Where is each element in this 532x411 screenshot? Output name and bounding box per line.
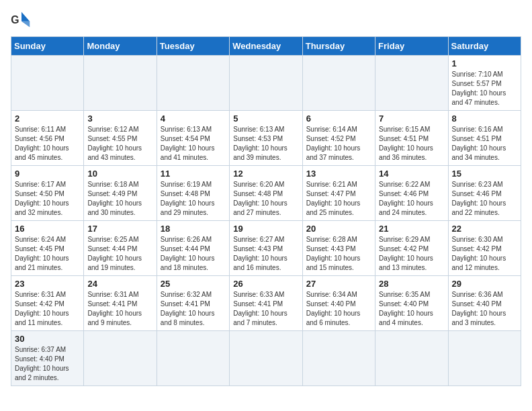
day-info: Sunrise: 6:26 AM Sunset: 4:44 PM Dayligh… [161, 235, 226, 273]
calendar-cell: 18Sunrise: 6:26 AM Sunset: 4:44 PM Dayli… [157, 221, 229, 276]
day-number: 8 [452, 113, 517, 124]
day-number: 6 [306, 113, 371, 124]
day-info: Sunrise: 6:28 AM Sunset: 4:43 PM Dayligh… [306, 235, 371, 273]
calendar-cell: 10Sunrise: 6:18 AM Sunset: 4:49 PM Dayli… [84, 166, 157, 221]
day-info: Sunrise: 6:25 AM Sunset: 4:44 PM Dayligh… [87, 235, 152, 273]
day-info: Sunrise: 6:22 AM Sunset: 4:46 PM Dayligh… [379, 180, 444, 218]
day-number: 24 [87, 279, 152, 289]
calendar-cell: 19Sunrise: 6:27 AM Sunset: 4:43 PM Dayli… [230, 221, 302, 276]
day-info: Sunrise: 6:24 AM Sunset: 4:45 PM Dayligh… [15, 235, 80, 273]
day-number: 9 [15, 169, 80, 179]
day-number: 20 [306, 224, 371, 234]
calendar-cell: 4Sunrise: 6:13 AM Sunset: 4:54 PM Daylig… [157, 111, 229, 166]
calendar-cell [375, 331, 448, 386]
day-number: 12 [233, 169, 298, 179]
calendar-cell: 13Sunrise: 6:21 AM Sunset: 4:47 PM Dayli… [302, 166, 375, 221]
calendar-cell: 28Sunrise: 6:35 AM Sunset: 4:40 PM Dayli… [375, 276, 448, 331]
day-number: 10 [87, 169, 152, 179]
calendar-cell: 9Sunrise: 6:17 AM Sunset: 4:50 PM Daylig… [11, 166, 84, 221]
calendar-cell [230, 331, 302, 386]
day-number: 22 [452, 224, 517, 234]
day-number: 23 [15, 279, 80, 289]
logo: G [11, 11, 35, 30]
calendar-week-2: 2Sunrise: 6:11 AM Sunset: 4:56 PM Daylig… [11, 111, 521, 166]
calendar-cell: 23Sunrise: 6:31 AM Sunset: 4:42 PM Dayli… [11, 276, 84, 331]
day-info: Sunrise: 6:21 AM Sunset: 4:47 PM Dayligh… [306, 180, 371, 218]
calendar-cell: 15Sunrise: 6:23 AM Sunset: 4:46 PM Dayli… [448, 166, 521, 221]
day-number: 3 [87, 113, 152, 124]
calendar-week-4: 16Sunrise: 6:24 AM Sunset: 4:45 PM Dayli… [11, 221, 521, 276]
calendar-cell [84, 331, 157, 386]
day-number: 13 [306, 169, 371, 179]
calendar-cell: 12Sunrise: 6:20 AM Sunset: 4:48 PM Dayli… [230, 166, 302, 221]
day-info: Sunrise: 6:36 AM Sunset: 4:40 PM Dayligh… [452, 290, 517, 328]
calendar-header-row: SundayMondayTuesdayWednesdayThursdayFrid… [11, 37, 521, 56]
day-info: Sunrise: 7:10 AM Sunset: 5:57 PM Dayligh… [452, 70, 517, 107]
calendar-cell: 2Sunrise: 6:11 AM Sunset: 4:56 PM Daylig… [11, 111, 84, 166]
logo-icon: G [11, 11, 32, 30]
day-info: Sunrise: 6:35 AM Sunset: 4:40 PM Dayligh… [379, 290, 444, 328]
day-number: 15 [452, 169, 517, 179]
day-info: Sunrise: 6:31 AM Sunset: 4:42 PM Dayligh… [15, 290, 80, 328]
day-info: Sunrise: 6:30 AM Sunset: 4:42 PM Dayligh… [452, 235, 517, 273]
calendar-table: SundayMondayTuesdayWednesdayThursdayFrid… [11, 36, 521, 386]
day-number: 16 [15, 224, 80, 234]
day-number: 4 [161, 113, 226, 124]
day-info: Sunrise: 6:37 AM Sunset: 4:40 PM Dayligh… [15, 345, 80, 383]
day-info: Sunrise: 6:15 AM Sunset: 4:51 PM Dayligh… [379, 125, 444, 163]
calendar-cell [84, 56, 157, 111]
day-number: 14 [379, 169, 444, 179]
calendar-cell: 11Sunrise: 6:19 AM Sunset: 4:48 PM Dayli… [157, 166, 229, 221]
calendar-cell: 6Sunrise: 6:14 AM Sunset: 4:52 PM Daylig… [302, 111, 375, 166]
calendar-cell [375, 56, 448, 111]
calendar-cell: 25Sunrise: 6:32 AM Sunset: 4:41 PM Dayli… [157, 276, 229, 331]
day-info: Sunrise: 6:19 AM Sunset: 4:48 PM Dayligh… [161, 180, 226, 218]
day-info: Sunrise: 6:13 AM Sunset: 4:53 PM Dayligh… [233, 125, 298, 163]
calendar-cell: 8Sunrise: 6:16 AM Sunset: 4:51 PM Daylig… [448, 111, 521, 166]
day-info: Sunrise: 6:20 AM Sunset: 4:48 PM Dayligh… [233, 180, 298, 218]
calendar-cell [157, 331, 229, 386]
col-header-saturday: Saturday [448, 37, 521, 56]
svg-marker-1 [21, 12, 30, 21]
col-header-sunday: Sunday [11, 37, 84, 56]
day-info: Sunrise: 6:16 AM Sunset: 4:51 PM Dayligh… [452, 125, 517, 163]
calendar-cell [230, 56, 302, 111]
day-info: Sunrise: 6:33 AM Sunset: 4:41 PM Dayligh… [233, 290, 298, 328]
day-number: 29 [452, 279, 517, 289]
calendar-cell: 24Sunrise: 6:31 AM Sunset: 4:41 PM Dayli… [84, 276, 157, 331]
day-number: 25 [161, 279, 226, 289]
svg-marker-2 [21, 21, 30, 28]
day-number: 1 [452, 58, 517, 68]
col-header-tuesday: Tuesday [157, 37, 229, 56]
day-number: 17 [87, 224, 152, 234]
day-info: Sunrise: 6:14 AM Sunset: 4:52 PM Dayligh… [306, 125, 371, 163]
day-number: 2 [15, 113, 80, 124]
calendar-cell [157, 56, 229, 111]
calendar-cell [302, 331, 375, 386]
day-info: Sunrise: 6:13 AM Sunset: 4:54 PM Dayligh… [161, 125, 226, 163]
calendar-week-3: 9Sunrise: 6:17 AM Sunset: 4:50 PM Daylig… [11, 166, 521, 221]
calendar-cell: 21Sunrise: 6:29 AM Sunset: 4:42 PM Dayli… [375, 221, 448, 276]
day-info: Sunrise: 6:12 AM Sunset: 4:55 PM Dayligh… [87, 125, 152, 163]
day-info: Sunrise: 6:27 AM Sunset: 4:43 PM Dayligh… [233, 235, 298, 273]
col-header-wednesday: Wednesday [230, 37, 302, 56]
day-info: Sunrise: 6:23 AM Sunset: 4:46 PM Dayligh… [452, 180, 517, 218]
calendar-cell [302, 56, 375, 111]
calendar-cell: 22Sunrise: 6:30 AM Sunset: 4:42 PM Dayli… [448, 221, 521, 276]
calendar-cell: 7Sunrise: 6:15 AM Sunset: 4:51 PM Daylig… [375, 111, 448, 166]
calendar-cell: 16Sunrise: 6:24 AM Sunset: 4:45 PM Dayli… [11, 221, 84, 276]
day-info: Sunrise: 6:34 AM Sunset: 4:40 PM Dayligh… [306, 290, 371, 328]
day-number: 28 [379, 279, 444, 289]
calendar-cell: 29Sunrise: 6:36 AM Sunset: 4:40 PM Dayli… [448, 276, 521, 331]
calendar-cell: 27Sunrise: 6:34 AM Sunset: 4:40 PM Dayli… [302, 276, 375, 331]
day-number: 27 [306, 279, 371, 289]
calendar-cell: 1Sunrise: 7:10 AM Sunset: 5:57 PM Daylig… [448, 56, 521, 111]
calendar-cell: 5Sunrise: 6:13 AM Sunset: 4:53 PM Daylig… [230, 111, 302, 166]
calendar-week-1: 1Sunrise: 7:10 AM Sunset: 5:57 PM Daylig… [11, 56, 521, 111]
calendar-cell: 3Sunrise: 6:12 AM Sunset: 4:55 PM Daylig… [84, 111, 157, 166]
calendar-week-5: 23Sunrise: 6:31 AM Sunset: 4:42 PM Dayli… [11, 276, 521, 331]
day-info: Sunrise: 6:17 AM Sunset: 4:50 PM Dayligh… [15, 180, 80, 218]
day-number: 11 [161, 169, 226, 179]
day-number: 18 [161, 224, 226, 234]
day-info: Sunrise: 6:32 AM Sunset: 4:41 PM Dayligh… [161, 290, 226, 328]
